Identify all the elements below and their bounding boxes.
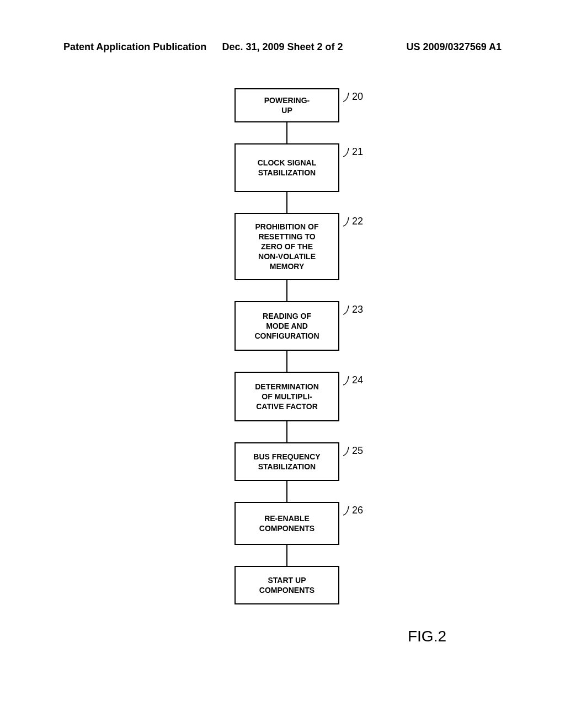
reference-number: 23 [352,303,363,316]
leader-line-icon [343,504,351,516]
reference-numeral-26: 26 [343,504,363,517]
flow-step-start-up: START UP COMPONENTS [234,566,339,604]
flow-step-bus-frequency: BUS FREQUENCY STABILIZATION 25 [234,442,339,481]
flow-step-label: START UP COMPONENTS [259,575,315,595]
reference-number: 20 [352,90,363,103]
page-header: Patent Application Publication Dec. 31, … [0,41,565,53]
reference-numeral-21: 21 [343,146,363,158]
flow-connector [286,421,287,442]
flow-connector [286,351,287,372]
flow-step-powering-up: POWERING- UP 20 [234,88,339,122]
leader-line-icon [343,445,351,457]
reference-number: 26 [352,504,363,517]
reference-numeral-20: 20 [343,90,363,103]
flow-step-label: READING OF MODE AND CONFIGURATION [254,311,319,341]
flow-step-label: POWERING- UP [264,95,310,115]
reference-number: 25 [352,445,363,457]
reference-numeral-25: 25 [343,445,363,457]
reference-number: 22 [352,215,363,228]
leader-line-icon [343,374,351,386]
flowchart-diagram: POWERING- UP 20 CLOCK SIGNAL STABILIZATI… [177,88,397,604]
flow-connector [286,481,287,502]
header-date-sheet: Dec. 31, 2009 Sheet 2 of 2 [210,41,356,53]
flow-step-clock-stabilization: CLOCK SIGNAL STABILIZATION 21 [234,143,339,192]
flow-step-label: DETERMINATION OF MULTIPLI- CATIVE FACTOR [255,382,319,412]
flow-step-label: PROHIBITION OF RESETTING TO ZERO OF THE … [255,222,318,272]
flow-step-label: BUS FREQUENCY STABILIZATION [253,452,320,472]
reference-number: 24 [352,374,363,387]
flow-step-determination-factor: DETERMINATION OF MULTIPLI- CATIVE FACTOR… [234,372,339,421]
leader-line-icon [343,90,351,103]
flow-connector [286,280,287,301]
reference-number: 21 [352,146,363,158]
header-publication-type: Patent Application Publication [63,41,210,53]
flow-step-label: CLOCK SIGNAL STABILIZATION [258,158,317,178]
flow-step-prohibition-reset: PROHIBITION OF RESETTING TO ZERO OF THE … [234,213,339,280]
header-publication-number: US 2009/0327569 A1 [355,41,502,53]
leader-line-icon [343,215,351,227]
flow-step-re-enable: RE-ENABLE COMPONENTS 26 [234,502,339,545]
reference-numeral-22: 22 [343,215,363,228]
figure-caption: FIG.2 [408,628,446,645]
flow-connector [286,122,287,143]
leader-line-icon [343,303,351,315]
reference-numeral-24: 24 [343,374,363,387]
flow-connector [286,192,287,213]
leader-line-icon [343,146,351,158]
flow-connector [286,545,287,566]
flow-step-reading-mode: READING OF MODE AND CONFIGURATION 23 [234,301,339,351]
reference-numeral-23: 23 [343,303,363,316]
flow-step-label: RE-ENABLE COMPONENTS [259,513,315,533]
